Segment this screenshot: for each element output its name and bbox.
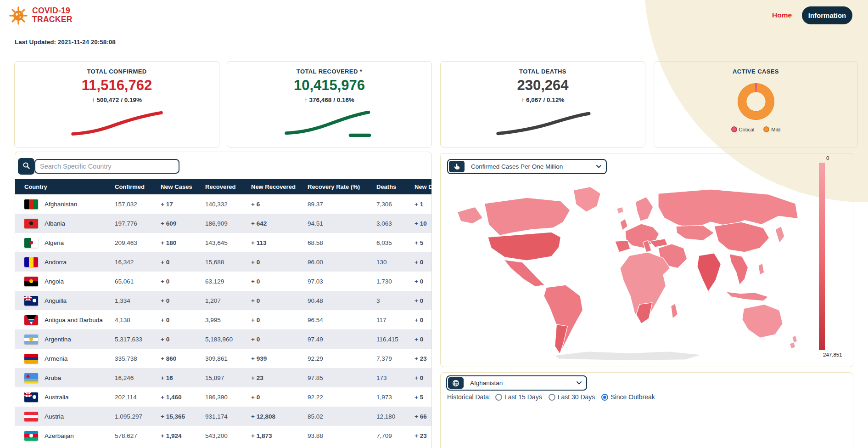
country-name: Azerbaijan: [45, 432, 74, 439]
new-deaths-cell: + 0: [414, 310, 432, 329]
recovery-rate-cell: 90.48: [307, 291, 375, 310]
country-name: Angola: [45, 278, 64, 285]
search-input[interactable]: [34, 159, 179, 174]
recovered-cell: 140,332: [204, 194, 250, 214]
confirmed-cell: 65,061: [114, 272, 160, 291]
table-row[interactable]: Azerbaijan578,627+ 1,924543,200+ 1,87393…: [15, 426, 432, 445]
table-row[interactable]: Australia202,114+ 1,460186,390+ 092.221,…: [15, 387, 432, 407]
new-cases-cell: + 860: [160, 349, 204, 368]
recovery-rate-cell: 92.29: [307, 349, 375, 368]
country-table-panel: Country Confirmed New Cases Recovered Ne…: [15, 152, 432, 448]
confirmed-delta: ↑ 500,472 / 0.19%: [15, 96, 219, 103]
search-button[interactable]: [18, 158, 34, 175]
new-recovered-cell: + 6: [250, 194, 307, 214]
new-cases-cell: + 0: [160, 291, 204, 310]
metric-select[interactable]: Confirmed Cases Per One Million: [447, 159, 607, 174]
recovered-sparkline: [272, 108, 387, 138]
radio-button[interactable]: [495, 394, 502, 401]
new-recovered-cell: + 0: [250, 387, 307, 407]
recovery-rate-cell: 96.54: [307, 310, 375, 329]
country-flag-icon: [24, 373, 38, 383]
card-title: ACTIVE CASES: [654, 68, 857, 75]
deaths-cell: 1,730: [375, 272, 414, 291]
nav-home-link[interactable]: Home: [772, 11, 792, 19]
world-map[interactable]: [448, 179, 812, 364]
critical-legend-dot: [731, 126, 737, 132]
globe-icon: [448, 377, 464, 389]
confirmed-cell: 157,032: [114, 194, 160, 214]
new-cases-cell: + 17: [160, 194, 204, 214]
country-name: Armenia: [45, 355, 67, 362]
table-row[interactable]: Albania197,776+ 609186,909+ 64294.513,06…: [15, 214, 432, 233]
new-deaths-cell: + 23: [414, 426, 432, 445]
choropleth-scale-bar: [819, 163, 825, 350]
table-row[interactable]: Anguilla1,334+ 01,207+ 090.483+ 0: [15, 291, 432, 310]
deaths-cell: 7,709: [375, 426, 414, 445]
new-cases-cell: + 180: [160, 233, 204, 252]
nav-information-button[interactable]: Information: [802, 6, 852, 24]
radio-button[interactable]: [549, 394, 555, 401]
radio-since-outbreak[interactable]: Since Outbreak: [601, 393, 655, 401]
country-flag-icon: [24, 296, 38, 306]
recovered-cell: 1,207: [204, 291, 250, 310]
radio-button[interactable]: [601, 394, 608, 401]
table-row[interactable]: Angola65,061+ 063,129+ 097.031,730+ 0: [15, 272, 432, 291]
scale-min-label: 0: [826, 155, 829, 161]
chevron-down-icon: [577, 381, 582, 385]
last-updated-text: Last Updated: 2021-11-24 20:58:08: [15, 39, 116, 45]
country-name: Antigua and Barbuda: [45, 317, 103, 323]
confirmed-cell: 578,627: [114, 426, 160, 445]
new-deaths-cell: + 0: [414, 252, 432, 272]
recovered-cell: 143,645: [204, 233, 250, 252]
new-deaths-cell: + 66: [414, 407, 432, 426]
col-new-recovered: New Recovered: [250, 179, 307, 194]
radio-label: Last 30 Days: [558, 393, 595, 401]
confirmed-cell: 209,463: [114, 233, 160, 252]
total-deaths-card: TOTAL DEATHS 230,264 ↑ 6,067 / 0.12%: [440, 61, 645, 147]
app-logo[interactable]: COVID-19 TRACKER: [8, 6, 73, 28]
radio-last-15-days[interactable]: Last 15 Days: [495, 393, 542, 401]
country-flag-icon: [24, 431, 38, 441]
new-cases-cell: + 609: [160, 214, 204, 233]
new-recovered-cell: + 0: [250, 252, 307, 272]
country-select[interactable]: Afghanistan: [446, 375, 587, 391]
recovery-rate-cell: 68.58: [307, 233, 375, 252]
table-row[interactable]: Andorra16,342+ 015,688+ 096.00130+ 0: [15, 252, 432, 272]
table-row[interactable]: Antigua and Barbuda4,138+ 03,995+ 096.54…: [15, 310, 432, 329]
brand-text: COVID-19 TRACKER: [32, 6, 73, 28]
table-row[interactable]: Argentina5,317,633+ 05,183,960+ 097.4911…: [15, 329, 432, 349]
confirmed-cell: 197,776: [114, 214, 160, 233]
confirmed-cell: 4,138: [114, 310, 160, 329]
country-flag-icon: [24, 199, 38, 209]
country-name: Australia: [45, 394, 69, 401]
recovery-rate-cell: 97.49: [307, 329, 375, 349]
table-row[interactable]: Austria1,095,297+ 15,365931,174+ 12,8088…: [15, 407, 432, 426]
col-new-cases: New Cases: [160, 179, 204, 194]
table-row[interactable]: Algeria209,463+ 180143,645+ 11368.586,03…: [15, 233, 432, 252]
new-recovered-cell: + 113: [250, 233, 307, 252]
mild-legend-label: Mild: [771, 127, 780, 132]
table-row[interactable]: Aruba16,246+ 1615,897+ 2397.85173+ 0: [15, 368, 432, 387]
recovery-rate-cell: 94.51: [307, 214, 375, 233]
deaths-cell: 7,306: [375, 194, 414, 214]
new-recovered-cell: + 12,808: [250, 407, 307, 426]
radio-label: Last 15 Days: [504, 393, 542, 401]
new-deaths-cell: + 1: [414, 194, 432, 214]
card-title: TOTAL RECOVERED *: [227, 68, 431, 75]
table-row[interactable]: Armenia335,738+ 860309,861+ 93992.297,37…: [15, 349, 432, 368]
confirmed-cell: 335,738: [114, 349, 160, 368]
new-cases-cell: + 1,460: [160, 387, 204, 407]
radio-last-30-days[interactable]: Last 30 Days: [549, 393, 595, 401]
recovery-rate-cell: 89.37: [307, 194, 375, 214]
deaths-cell: 7,379: [375, 349, 414, 368]
confirmed-cell: 16,342: [114, 252, 160, 272]
col-new-deaths: New Deaths: [414, 179, 432, 194]
recovery-rate-cell: 97.85: [307, 368, 375, 387]
scale-max-label: 247,851: [823, 352, 842, 357]
deaths-delta: ↑ 6,067 / 0.12%: [441, 96, 645, 103]
country-name: Aruba: [45, 374, 61, 381]
deaths-cell: 130: [375, 252, 414, 272]
total-confirmed-card: TOTAL CONFIRMED 11,516,762 ↑ 500,472 / 0…: [14, 61, 219, 147]
table-row[interactable]: Afghanistan157,032+ 17140,332+ 689.377,3…: [15, 194, 432, 214]
new-recovered-cell: + 1,873: [250, 426, 307, 445]
